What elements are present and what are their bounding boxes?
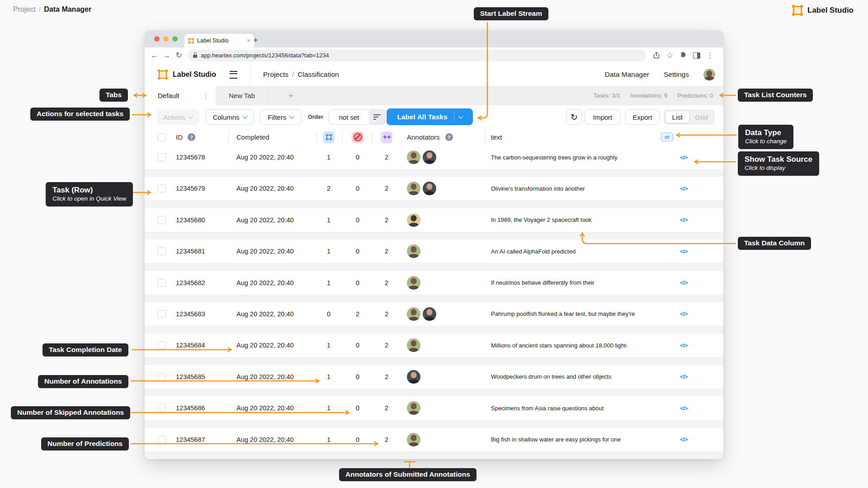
tab-menu-kebab-icon[interactable]: ⋮ — [203, 92, 209, 100]
show-source-icon[interactable]: </> — [680, 177, 688, 200]
row-checkbox[interactable] — [158, 145, 166, 169]
callout-data-type: Data Type Click to change — [738, 125, 793, 149]
column-header-skipped[interactable] — [352, 129, 363, 145]
brand-name: Label Studio — [807, 6, 854, 15]
data-type-badge[interactable]: str — [661, 132, 673, 141]
order-control[interactable]: not set — [329, 109, 386, 125]
bookmark-star-icon[interactable]: ☆ — [666, 52, 674, 59]
id-header-label: ID — [176, 133, 183, 141]
forward-icon[interactable]: → — [160, 51, 173, 60]
task-table-body: 12345678Aug 20 2022, 20:40102The carbon-… — [145, 145, 723, 459]
column-header-annotation-results[interactable] — [323, 129, 335, 145]
task-row[interactable]: 12345687Aug 20 2022, 20:40102Big fish in… — [145, 428, 723, 459]
prediction-count: 2 — [373, 177, 400, 200]
export-button[interactable]: Export — [625, 109, 660, 125]
row-checkbox[interactable] — [158, 396, 166, 420]
show-source-icon[interactable]: </> — [680, 333, 688, 357]
column-header-completed[interactable]: Completed — [236, 129, 269, 145]
task-row[interactable]: 12345679Aug 20 2022, 20:40202Olivine's t… — [145, 177, 723, 208]
table-header: ID ? Completed ✦✦ Annotators ? text str — [145, 129, 723, 146]
show-source-icon[interactable]: </> — [680, 208, 688, 232]
predictions-counter: Predictions: 0 — [677, 92, 713, 99]
task-completed-date: Aug 20 2022, 20:40 — [236, 145, 294, 169]
task-row[interactable]: 12345686Aug 20 2022, 20:40102Specimens f… — [145, 396, 723, 427]
order-value[interactable]: not set — [329, 110, 369, 124]
skipped-count: 0 — [344, 177, 371, 200]
show-source-icon[interactable]: </> — [680, 239, 688, 263]
nav-projects-link[interactable]: Projects — [263, 70, 288, 78]
hamburger-menu-icon[interactable] — [230, 71, 237, 79]
close-window-button[interactable] — [154, 36, 160, 42]
task-text: In 1989, the Voyager 2 spacecraft took — [491, 208, 592, 232]
show-source-icon[interactable]: </> — [680, 302, 688, 326]
new-tab-icon[interactable]: + — [253, 36, 258, 44]
tab-divider — [268, 89, 269, 102]
browser-menu-kebab-icon[interactable]: ⋮ — [706, 52, 714, 59]
select-all-checkbox[interactable] — [158, 129, 166, 145]
show-source-icon[interactable]: </> — [680, 396, 688, 420]
task-row[interactable]: 12345681Aug 20 2022, 20:40102An AI calle… — [145, 239, 723, 271]
row-checkbox[interactable] — [158, 239, 166, 263]
settings-link[interactable]: Settings — [664, 70, 689, 79]
column-header-id[interactable]: ID ? — [176, 129, 195, 145]
tasks-counter: Tasks: 3/3 — [594, 92, 620, 99]
show-source-icon[interactable]: </> — [680, 145, 688, 169]
row-checkbox[interactable] — [158, 271, 166, 295]
side-panel-icon[interactable] — [693, 52, 700, 59]
show-source-icon[interactable]: </> — [680, 365, 688, 389]
task-id: 12345678 — [176, 145, 205, 169]
annotators-cell — [407, 333, 420, 357]
column-header-predictions[interactable]: ✦✦ — [381, 129, 392, 145]
help-icon[interactable]: ? — [445, 133, 453, 141]
completed-header-label: Completed — [236, 133, 269, 141]
column-header-annotators[interactable]: Annotators ? — [407, 129, 453, 145]
row-checkbox[interactable] — [158, 333, 166, 357]
tab-new-tab[interactable]: New Tab — [216, 86, 268, 105]
tab-default[interactable]: Default ⋮ — [145, 86, 216, 105]
extensions-puzzle-icon[interactable] — [679, 52, 687, 59]
row-checkbox[interactable] — [158, 428, 166, 451]
label-all-tasks-button[interactable]: Label All Tasks — [387, 108, 473, 125]
address-bar[interactable]: app.heartex.com/projects/123456/data?tab… — [188, 50, 646, 61]
import-button[interactable]: Import — [585, 109, 621, 125]
row-checkbox[interactable] — [158, 177, 166, 200]
filters-dropdown[interactable]: Filters — [260, 109, 302, 125]
row-checkbox[interactable] — [158, 208, 166, 232]
skipped-count: 2 — [344, 302, 371, 326]
app-logo-icon — [157, 69, 168, 80]
help-icon[interactable]: ? — [188, 133, 195, 141]
tab-close-icon[interactable]: × — [247, 38, 250, 44]
show-source-icon[interactable]: </> — [680, 271, 688, 295]
browser-tab[interactable]: Label Studio × — [184, 34, 254, 47]
list-view-button[interactable]: List — [665, 111, 690, 123]
back-icon[interactable]: ← — [148, 51, 160, 60]
callout-num-annotations: Number of Annotations — [38, 375, 128, 388]
show-source-icon[interactable]: </> — [680, 428, 688, 451]
annotation-count: 1 — [315, 271, 342, 295]
data-manager-link[interactable]: Data Manager — [605, 70, 649, 79]
annotator-avatar — [423, 150, 436, 164]
grid-view-button[interactable]: Grid — [690, 111, 714, 123]
maximize-window-button[interactable] — [172, 36, 178, 42]
column-header-text[interactable]: text — [491, 129, 502, 145]
task-row[interactable]: 12345680Aug 20 2022, 20:40102In 1989, th… — [145, 208, 723, 239]
header-divider — [485, 131, 486, 143]
row-checkbox[interactable] — [158, 302, 166, 326]
task-row[interactable]: 12345678Aug 20 2022, 20:40102The carbon-… — [145, 145, 723, 177]
task-row[interactable]: 12345682Aug 20 2022, 20:40102If neutrino… — [145, 271, 723, 302]
task-row[interactable]: 12345683Aug 20 2022, 20:40022Pahrump poo… — [145, 302, 723, 333]
breadcrumb-project[interactable]: Project — [13, 5, 36, 13]
add-tab-icon[interactable]: + — [288, 86, 293, 105]
user-avatar[interactable] — [703, 69, 715, 80]
sort-direction-button[interactable] — [369, 110, 385, 124]
task-row[interactable]: 12345684Aug 20 2022, 20:40102Millions of… — [145, 333, 723, 365]
row-checkbox[interactable] — [158, 365, 166, 389]
reload-icon[interactable]: ↻ — [173, 51, 185, 60]
minimize-window-button[interactable] — [163, 36, 169, 42]
task-row[interactable]: 12345685Aug 20 2022, 20:40102Woodpeckers… — [145, 365, 723, 396]
chevron-down-icon[interactable] — [458, 113, 463, 118]
share-icon[interactable] — [652, 52, 660, 59]
actions-dropdown[interactable]: Actions — [156, 109, 199, 125]
columns-dropdown[interactable]: Columns — [206, 109, 254, 125]
refresh-button[interactable]: ↻ — [566, 109, 582, 125]
